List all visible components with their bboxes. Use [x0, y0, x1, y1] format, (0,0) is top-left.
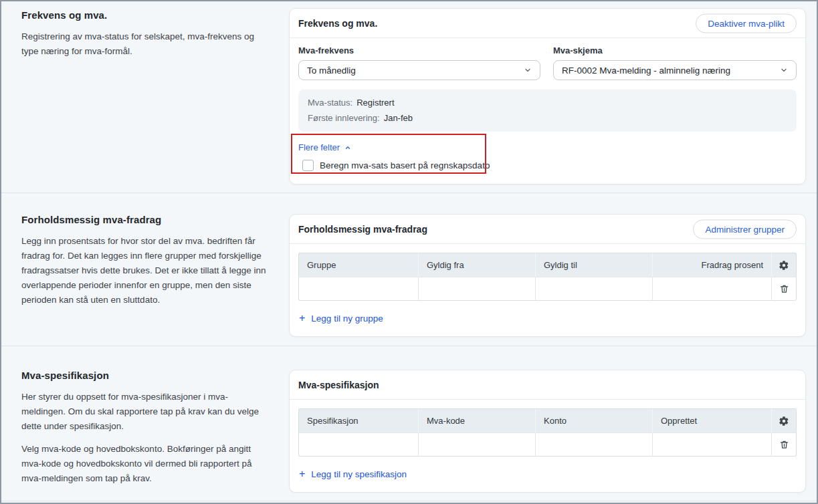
section-spesifikasjon: Mva-spesifikasjon Her styrer du oppsett …: [1, 346, 817, 501]
plus-icon: +: [299, 313, 305, 324]
mva-status-row: Mva-status:Registrert: [308, 95, 787, 110]
mva-skjema-value: RF-0002 Mva-melding - alminnelig næring: [562, 66, 730, 76]
section-fradrag: Forholdsmessig mva-fradrag Legg inn pros…: [1, 193, 817, 346]
add-group-label: Legg til ny gruppe: [311, 313, 383, 324]
col-fradrag-prosent: Fradrag prosent: [652, 253, 771, 277]
fradrag-card-header: Forholdsmessig mva-fradrag Administrer g…: [290, 215, 805, 244]
section-frekvens: Frekvens og mva. Registrering av mva-sta…: [1, 1, 817, 193]
mva-frekvens-select[interactable]: To månedlig: [298, 60, 540, 80]
beregn-mva-sats-checkbox[interactable]: [302, 160, 314, 171]
section-frekvens-intro: Frekvens og mva. Registrering av mva-sta…: [1, 1, 289, 193]
fradrag-card: Forholdsmessig mva-fradrag Administrer g…: [289, 214, 806, 337]
fradrag-table: Gruppe Gyldig fra Gyldig til Fradrag pro…: [298, 253, 797, 301]
spesifikasjon-table-header-row: Spesifikasjon Mva-kode Konto Opprettet: [298, 408, 797, 432]
forste-innlevering-label: Første innlevering:: [308, 113, 380, 123]
chevron-down-icon: [780, 66, 788, 74]
cell-gyldig-fra[interactable]: [418, 277, 535, 301]
col-gyldig-fra: Gyldig fra: [418, 253, 535, 277]
col-opprettet: Opprettet: [652, 408, 771, 432]
frekvens-card-header: Frekvens og mva. Deaktiver mva-plikt: [290, 9, 805, 38]
section-description: Legg inn prosentsats for hvor stor del a…: [21, 234, 269, 307]
spesifikasjon-table-empty-row: [298, 432, 797, 457]
flere-felter-toggle[interactable]: Flere felter: [298, 142, 351, 152]
cell-gyldig-til[interactable]: [535, 277, 652, 301]
card-title: Frekvens og mva.: [298, 18, 377, 29]
section-description: Registrering av mva-status for selskapet…: [21, 29, 269, 59]
cell-spesifikasjon[interactable]: [298, 432, 418, 457]
section-title: Forholdsmessig mva-fradrag: [21, 193, 289, 225]
deactivate-mva-plikt-button[interactable]: Deaktiver mva-plikt: [696, 13, 797, 33]
mva-skjema-select[interactable]: RF-0002 Mva-melding - alminnelig næring: [553, 60, 797, 80]
section-spesifikasjon-intro: Mva-spesifikasjon Her styrer du oppsett …: [1, 346, 289, 501]
section-description: Her styrer du oppsett for mva-spesifikas…: [21, 390, 269, 434]
mva-settings-page: Frekvens og mva. Registrering av mva-sta…: [0, 0, 818, 504]
mva-status-label: Mva-status:: [308, 98, 352, 108]
col-konto: Konto: [535, 408, 652, 432]
fradrag-table-header-row: Gruppe Gyldig fra Gyldig til Fradrag pro…: [298, 253, 797, 277]
section-title: Mva-spesifikasjon: [21, 346, 289, 381]
col-spesifikasjon: Spesifikasjon: [298, 408, 418, 432]
chevron-down-icon: [524, 66, 532, 74]
cell-konto[interactable]: [535, 432, 652, 457]
mva-status-info-box: Mva-status:Registrert Første innlevering…: [298, 90, 797, 132]
flere-felter-label: Flere felter: [298, 142, 340, 152]
section-fradrag-intro: Forholdsmessig mva-fradrag Legg inn pros…: [1, 193, 289, 346]
section-title: Frekvens og mva.: [21, 1, 289, 21]
cell-gruppe[interactable]: [298, 277, 418, 301]
frekvens-card: Frekvens og mva. Deaktiver mva-plikt Mva…: [289, 8, 806, 184]
col-gyldig-til: Gyldig til: [535, 253, 652, 277]
table-settings-gear-icon[interactable]: [772, 409, 796, 432]
beregn-mva-sats-checkbox-row[interactable]: Beregn mva-sats basert på regnskapsdato: [302, 160, 797, 171]
add-specification-label: Legg til ny spesifikasjon: [311, 469, 407, 479]
mva-frekvens-label: Mva-frekvens: [298, 45, 540, 55]
cell-mva-kode[interactable]: [418, 432, 535, 457]
delete-row-trash-icon[interactable]: [772, 277, 796, 300]
administrer-grupper-button[interactable]: Administrer grupper: [693, 219, 797, 239]
section-description: Velg mva-kode og hovedbokskonto. Bokføri…: [21, 442, 269, 486]
chevron-up-icon: [344, 144, 351, 151]
forste-innlevering-value: Jan-feb: [384, 113, 413, 123]
col-gruppe: Gruppe: [298, 253, 418, 277]
mva-status-value: Registrert: [356, 98, 394, 108]
mva-skjema-label: Mva-skjema: [553, 45, 797, 55]
plus-icon: +: [299, 469, 305, 479]
card-title: Forholdsmessig mva-fradrag: [298, 224, 427, 235]
spesifikasjon-card-header: Mva-spesifikasjon: [290, 370, 805, 400]
delete-row-trash-icon[interactable]: [772, 433, 796, 456]
cell-opprettet[interactable]: [652, 432, 771, 457]
fradrag-table-empty-row: [298, 277, 797, 301]
table-settings-gear-icon[interactable]: [772, 253, 796, 277]
beregn-mva-sats-label: Beregn mva-sats basert på regnskapsdato: [320, 160, 490, 170]
add-group-link[interactable]: + Legg til ny gruppe: [299, 313, 383, 324]
forste-innlevering-row: Første innlevering:Jan-feb: [308, 110, 787, 126]
add-specification-link[interactable]: + Legg til ny spesifikasjon: [299, 469, 407, 479]
spesifikasjon-table: Spesifikasjon Mva-kode Konto Opprettet: [298, 408, 797, 457]
mva-frekvens-value: To månedlig: [307, 66, 356, 76]
cell-fradrag-prosent[interactable]: [652, 277, 771, 301]
col-mva-kode: Mva-kode: [418, 408, 535, 432]
spesifikasjon-card: Mva-spesifikasjon Spesifikasjon Mva-kode…: [289, 370, 806, 493]
card-title: Mva-spesifikasjon: [298, 380, 379, 390]
